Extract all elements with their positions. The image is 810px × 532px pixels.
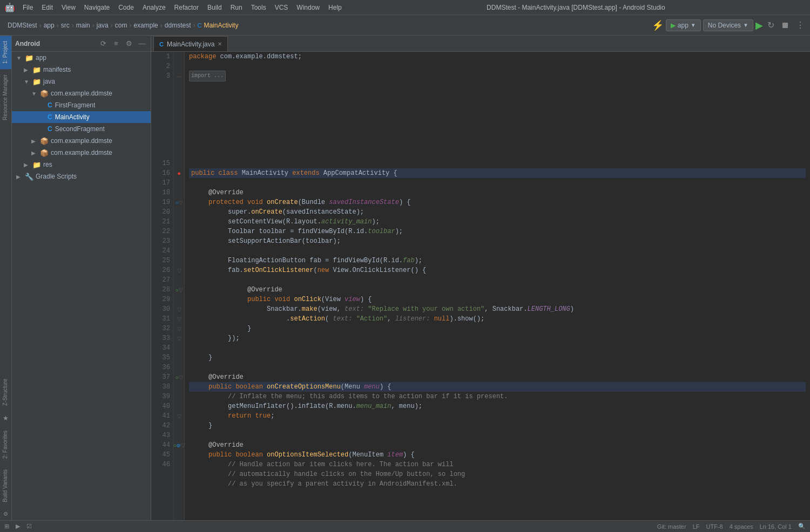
code-line-23: setSupportActionBar(toolbar); — [189, 236, 806, 246]
filter-icon[interactable]: ≡ — [111, 38, 122, 49]
code-line-43: @Override — [189, 440, 806, 450]
run-icon-group[interactable]: ▶ — [16, 523, 20, 530]
breadcrumb-mainactivity[interactable]: MainActivity — [204, 22, 238, 29]
terminal-icon-group[interactable]: ⊞ — [4, 523, 9, 530]
tree-item-package-test1[interactable]: ▶ 📦 com.example.ddmste — [12, 135, 151, 147]
breakpoint-icon[interactable]: ● — [177, 170, 181, 176]
no-devices-dropdown[interactable]: No Devices ▼ — [703, 19, 753, 31]
tree-item-manifests[interactable]: ▶ 📁 manifests — [12, 64, 151, 76]
menu-navigate[interactable]: Navigate — [80, 2, 114, 13]
project-panel: Android ⟳ ≡ ⚙ — ▼ 📁 app ▶ 📁 manifests ▼ … — [12, 36, 151, 520]
code-line-45: // Handle action bar item clicks here. T… — [189, 460, 806, 469]
status-eol: LF — [693, 523, 700, 530]
code-line-15 — [189, 159, 806, 168]
code-line-3: import ... — [189, 71, 806, 81]
tab-close-btn[interactable]: ✕ — [218, 41, 222, 47]
menu-help[interactable]: Help — [324, 2, 346, 13]
left-side-tabs: 1: Project Resource Manager Z-Structure … — [0, 36, 12, 520]
menu-vcs[interactable]: VCS — [271, 2, 293, 13]
quick-switch-btn[interactable]: ⚡ — [652, 19, 664, 31]
gutter: — ● ○▽ ▽ — [174, 52, 185, 520]
status-inspect-icon[interactable]: 🔍 — [798, 523, 806, 530]
favorites-tab[interactable]: 2: Favorites — [0, 425, 11, 464]
menu-code[interactable]: Code — [114, 2, 138, 13]
favorites-star-icon[interactable]: ★ — [0, 411, 11, 425]
menu-analyze[interactable]: Analyze — [138, 2, 170, 13]
code-content[interactable]: package com.example.ddmstest; import ...… — [185, 52, 810, 520]
breadcrumb-main[interactable]: main — [76, 22, 90, 29]
code-line-34 — [189, 343, 806, 353]
code-line-blank-b — [189, 91, 806, 100]
code-line-blank-h — [189, 149, 806, 159]
toolbar-right: ⚡ ▶ app ▼ No Devices ▼ ▶ ↻ ⏹ ⋮ — [652, 19, 807, 31]
build-variants-tab[interactable]: Build Variants — [0, 464, 11, 508]
code-line-26: fab.setOnClickListener(new View.OnClickL… — [189, 265, 806, 275]
code-editor[interactable]: 1 2 3 15 16 17 18 19 20 21 22 23 — [151, 52, 810, 520]
menu-view[interactable]: View — [57, 2, 80, 13]
breadcrumb-java[interactable]: java — [97, 22, 109, 29]
tab-label: MainActivity.java — [167, 40, 214, 48]
tree-item-res[interactable]: ▶ 📁 res — [12, 159, 151, 170]
code-line-blank-e — [189, 120, 806, 129]
breadcrumb-ddmstest2[interactable]: ddmstest — [165, 22, 191, 29]
code-line-20: super.onCreate(savedInstanceState); — [189, 207, 806, 217]
breadcrumb-com[interactable]: com — [115, 22, 127, 29]
tree-item-second-fragment[interactable]: ▶ C SecondFragment — [12, 123, 151, 135]
menu-tools[interactable]: Tools — [247, 2, 271, 13]
todo-icon-group[interactable]: ☑ — [26, 523, 32, 530]
bottom-left-icon[interactable]: ⚙ — [0, 508, 11, 520]
z-structure-tab[interactable]: Z-Structure — [0, 373, 11, 411]
import-fold[interactable]: import ... — [189, 71, 226, 81]
project-tab[interactable]: 1: Project — [0, 36, 11, 69]
settings-icon[interactable]: ⚙ — [124, 38, 134, 49]
menu-edit[interactable]: Edit — [37, 2, 57, 13]
tab-java-icon: C — [159, 41, 164, 47]
stop-button[interactable]: ⏹ — [779, 19, 792, 31]
sync-icon[interactable]: ⟳ — [98, 38, 109, 49]
tree-item-package-test2[interactable]: ▶ 📦 com.example.ddmste — [12, 147, 151, 159]
breadcrumb-ddmstest[interactable]: DDMStest — [8, 22, 37, 29]
breadcrumb-src[interactable]: src — [61, 22, 70, 29]
more-actions-button[interactable]: ⋮ — [794, 19, 807, 31]
resource-manager-tab[interactable]: Resource Manager — [0, 69, 11, 126]
tree-item-gradle[interactable]: ▶ 🔧 Gradle Scripts — [12, 170, 151, 182]
refresh-button[interactable]: ↻ — [765, 19, 777, 31]
code-line-28: @Override — [189, 285, 806, 295]
code-line-21: setContentView(R.layout.activity_main); — [189, 217, 806, 227]
menu-refactor[interactable]: Refactor — [170, 2, 203, 13]
run-status-icon: ▶ — [16, 523, 20, 530]
main-toolbar: DDMStest › app › src › main › java › com… — [0, 15, 810, 36]
breadcrumb-example[interactable]: example — [133, 22, 158, 29]
run-config-dropdown[interactable]: ▶ app ▼ — [666, 19, 701, 31]
code-line-38: // Inflate the menu; this adds items to … — [189, 392, 806, 401]
tree-item-mainactivity[interactable]: ▶ C MainActivity — [12, 111, 151, 123]
menu-window[interactable]: Window — [292, 2, 324, 13]
code-line-blank-a — [189, 81, 806, 91]
breadcrumb-app[interactable]: app — [44, 22, 55, 29]
menu-run[interactable]: Run — [226, 2, 247, 13]
tree-label-package-test2: com.example.ddmste — [51, 149, 112, 156]
run-button[interactable]: ▶ — [755, 19, 763, 31]
no-devices-label: No Devices — [708, 22, 741, 29]
tree-item-app[interactable]: ▼ 📁 app — [12, 52, 151, 64]
code-line-42 — [189, 431, 806, 440]
menu-file[interactable]: File — [18, 2, 37, 13]
tree-item-package-main[interactable]: ▼ 📦 com.example.ddmste — [12, 87, 151, 99]
tree-item-java[interactable]: ▼ 📁 java — [12, 76, 151, 87]
code-line-22: Toolbar toolbar = findViewById(R.id.tool… — [189, 227, 806, 236]
code-line-19: protected void onCreate(Bundle savedInst… — [189, 197, 806, 207]
file-tree: ▼ 📁 app ▶ 📁 manifests ▼ 📁 java ▼ 📦 com.e… — [12, 52, 151, 520]
tree-item-first-fragment[interactable]: ▶ C FirstFragment — [12, 99, 151, 111]
code-line-2 — [189, 62, 806, 71]
code-line-18: @Override — [189, 188, 806, 197]
code-line-16: public class MainActivity extends AppCom… — [189, 168, 806, 178]
status-bar: ⊞ ▶ ☑ Git: master LF UTF-8 4 spaces Ln 1… — [0, 520, 810, 532]
java-icon-main: C — [48, 113, 52, 121]
code-line-40: return true; — [189, 411, 806, 421]
close-panel-icon[interactable]: — — [137, 38, 147, 49]
menu-build[interactable]: Build — [203, 2, 226, 13]
code-line-44: public boolean onOptionsItemSelected(Men… — [189, 450, 806, 460]
tree-label-second-fragment: SecondFragment — [55, 125, 105, 133]
editor-tab-mainactivity[interactable]: C MainActivity.java ✕ — [153, 36, 228, 51]
todo-icon: ☑ — [26, 523, 32, 530]
